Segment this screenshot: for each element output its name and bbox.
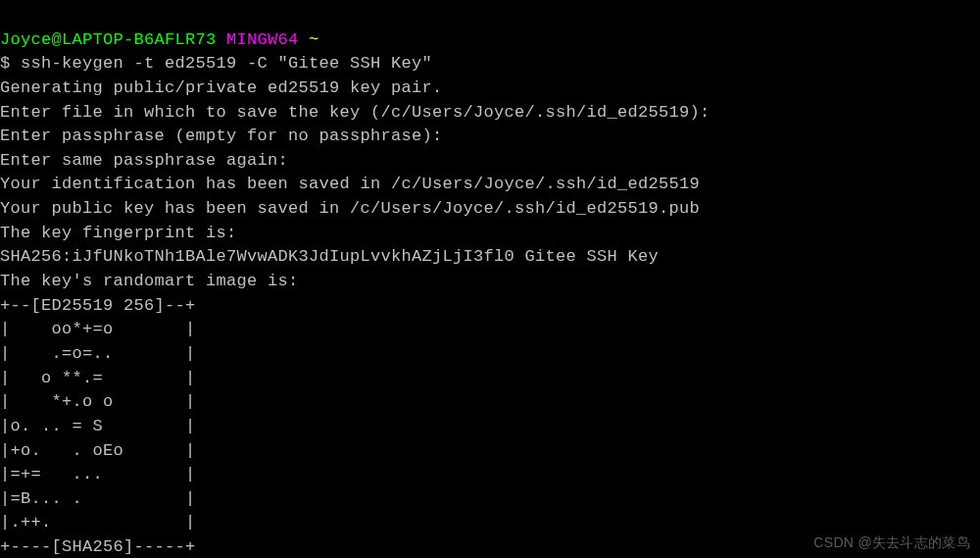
output-line: The key fingerprint is: — [0, 224, 237, 242]
prompt-symbol: $ — [0, 54, 11, 73]
randomart-line: | oo*+=o | — [0, 320, 196, 338]
prompt-path: ~ — [309, 30, 319, 49]
randomart-line: |=+= ... | — [0, 465, 196, 483]
output-line: SHA256:iJfUNkoTNh1BAle7WvwADK3JdIupLvvkh… — [0, 247, 659, 266]
randomart-line: | .=o=.. | — [0, 344, 196, 363]
randomart-line: |o. .. = S | — [0, 417, 196, 435]
output-line: Enter file in which to save the key (/c/… — [0, 103, 710, 122]
command-text: ssh-keygen -t ed25519 -C "Gitee SSH Key" — [21, 54, 432, 73]
randomart-line: | o **.= | — [0, 369, 196, 387]
output-line: Enter passphrase (empty for no passphras… — [0, 127, 443, 145]
prompt-env: MINGW64 — [226, 30, 299, 49]
output-line: Enter same passphrase again: — [0, 151, 288, 170]
randomart-line: | *+.o o | — [0, 392, 196, 411]
randomart-line: |+o. . oEo | — [0, 441, 196, 460]
prompt-user: Joyce@LAPTOP-B6AFLR73 — [0, 30, 217, 49]
output-line: The key's randomart image is: — [0, 272, 299, 290]
terminal-output[interactable]: Joyce@LAPTOP-B6AFLR73 MINGW64 ~ $ ssh-ke… — [0, 4, 980, 558]
output-line: Your identification has been saved in /c… — [0, 175, 700, 193]
watermark-text: CSDN @失去斗志的菜鸟 — [813, 533, 970, 552]
output-line: Generating public/private ed25519 key pa… — [0, 78, 443, 97]
randomart-line: |.++. | — [0, 513, 196, 532]
output-line: Your public key has been saved in /c/Use… — [0, 199, 700, 218]
randomart-line: |=B... . | — [0, 489, 196, 508]
randomart-line: +----[SHA256]-----+ — [0, 537, 196, 556]
randomart-line: +--[ED25519 256]--+ — [0, 296, 196, 315]
